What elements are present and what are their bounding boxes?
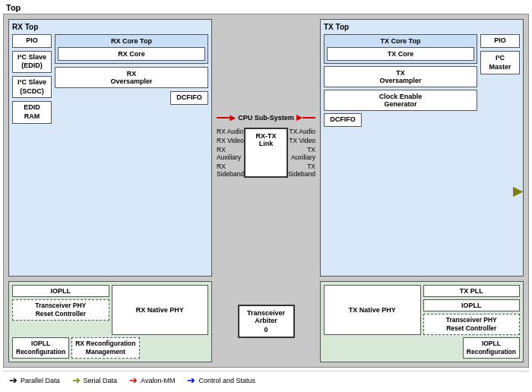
middle-section: CPU Sub-System RX Audio RX Video RX Auxi… (217, 19, 315, 277)
page-title: Top (6, 3, 529, 12)
rx-edid-ram-block: EDID RAM (12, 101, 52, 123)
tx-right-column: PIO I²CMaster (480, 34, 520, 273)
rx-auxiliary-label: RX Auxiliary (217, 146, 244, 161)
rx-left-column: PIO I²C Slave(EDID) I²C Slave(SCDC) EDID… (12, 34, 52, 273)
clock-enable-generator-block: Clock EnableGenerator (324, 90, 477, 111)
tx-top-label: TX Top (324, 23, 520, 31)
rx-pio-block: PIO (12, 34, 52, 48)
serial-data-arrow-right: ▶ (513, 184, 522, 198)
tx-signal-labels: TX Audio TX Video TX Auxiliary TX Sideba… (288, 128, 315, 178)
rx-right-column: RX Core Top RX Core RXOversampler DCFIFO (55, 34, 208, 273)
tx-pio-block: PIO (480, 34, 520, 48)
legend-parallel-data: ➔ Parallel Data (9, 375, 60, 386)
avalon-mm-label: Avalon-MM (141, 377, 175, 384)
serial-data-arrow-icon: ➔ (72, 375, 81, 386)
tx-native-phy-block: TX Native PHY (324, 285, 421, 335)
rx-bottom-box: IOPLL Transceiver PHYReset Controller RX… (8, 281, 212, 362)
i2c-master-block: I²CMaster (480, 51, 520, 74)
transceiver-arbiter-label: Transceiver Arbiter (244, 309, 289, 324)
tx-video-label: TX Video (288, 137, 315, 144)
tx-sideband-label: TX Sideband (288, 163, 315, 178)
tx-iopll-block: IOPLL (423, 299, 521, 311)
tx-transceiver-phy-reset-block: Transceiver PHYReset Controller (423, 314, 521, 335)
rx-signal-labels: RX Audio RX Video RX Auxiliary RX Sideba… (217, 128, 244, 178)
tx-audio-label: TX Audio (288, 128, 315, 135)
bottom-row: IOPLL Transceiver PHYReset Controller RX… (8, 281, 524, 362)
rx-transceiver-phy-reset-block: Transceiver PHYReset Controller (12, 299, 109, 321)
bottom-middle: Transceiver Arbiter 0 (217, 281, 315, 362)
rx-sideband-label: RX Sideband (217, 163, 244, 178)
legend: ➔ Parallel Data ➔ Serial Data ➔ Avalon-M… (3, 371, 529, 389)
tx-bottom-box: TX Native PHY TX PLL IOPLL Transceiver P… (320, 281, 524, 362)
legend-serial-data: ➔ Serial Data (72, 375, 118, 386)
rx-top-box: RX Top PIO I²C Slave(EDID) I²C Slave(SCD… (8, 19, 212, 277)
arbiter-zero-label: 0 (244, 326, 289, 334)
transceiver-arbiter-block: Transceiver Arbiter 0 (238, 305, 295, 338)
tx-dcfifo-block: DCFIFO (324, 113, 362, 127)
rx-i2c-slave-edid-block: I²C Slave(EDID) (12, 51, 52, 73)
rx-native-phy-block: RX Native PHY (112, 285, 209, 335)
tx-auxiliary-label: TX Auxiliary (288, 146, 315, 161)
tx-oversampler-block: TXOversampler (324, 66, 477, 87)
rx-top-label: RX Top (12, 23, 208, 31)
tx-top-box: TX Top TX Core Top TX Core TXOversampler… (320, 19, 524, 277)
tx-pll-block: TX PLL (423, 285, 521, 297)
outer-container: Top RX Top PIO I²C Slave(EDID) I²C Slave… (0, 0, 532, 392)
cpu-subsystem-label: CPU Sub-System (236, 114, 296, 122)
control-status-arrow-icon: ➔ (187, 375, 195, 386)
legend-control-status: ➔ Control and Status (187, 375, 255, 386)
rx-dcfifo-block: DCFIFO (170, 91, 208, 105)
legend-avalon-mm: ➔ Avalon-MM (129, 375, 175, 386)
tx-iopll-reconfig-block: IOPLLReconfiguration (463, 337, 520, 359)
serial-data-label: Serial Data (84, 377, 118, 384)
main-diagram: RX Top PIO I²C Slave(EDID) I²C Slave(SCD… (3, 14, 529, 368)
rx-iopll-block: IOPLL (12, 285, 109, 297)
tx-left-column: TX Core Top TX Core TXOversampler Clock … (324, 34, 477, 273)
rx-oversampler-block: RXOversampler (55, 67, 208, 88)
rx-audio-label: RX Audio (217, 128, 244, 135)
tx-core-top-box: TX Core Top TX Core (324, 34, 477, 64)
rx-reconfig-management-block: RX ReconfigurationManagement (71, 337, 139, 359)
parallel-data-arrow-icon: ➔ (9, 375, 17, 386)
avalon-mm-arrow-icon: ➔ (129, 375, 138, 386)
rx-video-label: RX Video (217, 137, 244, 144)
rx-i2c-slave-scdc-block: I²C Slave(SCDC) (12, 76, 52, 98)
rx-core-top-label: RX Core Top (58, 37, 205, 45)
tx-core-top-label: TX Core Top (327, 37, 474, 45)
rx-core-block: RX Core (58, 47, 205, 61)
control-status-label: Control and Status (198, 377, 255, 384)
rx-iopll-reconfig-block: IOPLLReconfiguration (12, 337, 69, 359)
tx-core-block: TX Core (327, 47, 474, 61)
rxtx-link-box: RX-TX Link (244, 128, 288, 178)
parallel-data-label: Parallel Data (21, 377, 60, 384)
rx-core-top-box: RX Core Top RX Core (55, 34, 208, 64)
